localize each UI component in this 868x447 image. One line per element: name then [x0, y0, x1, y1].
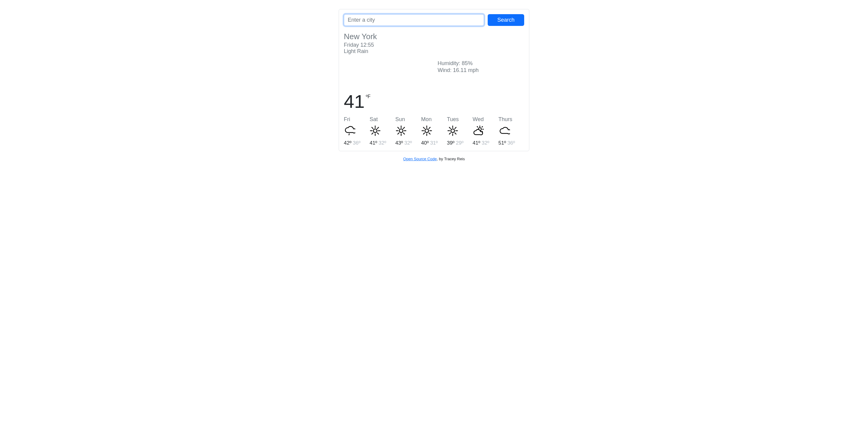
current-datetime: Friday 12:55 [344, 42, 524, 48]
day-label: Thurs [499, 116, 524, 123]
day-temps: 42º 36º [344, 140, 369, 146]
current-temp: 41 [344, 92, 365, 111]
temp-low: 36º [353, 140, 361, 146]
forecast-day: Thurs 51º 36º [499, 116, 524, 146]
temp-low: 36º [507, 140, 515, 146]
forecast-day: Mon 40º 31º [421, 116, 447, 146]
details-row: Humidity: 85% Wind: 16.11 mph [344, 56, 524, 74]
temp-high: 42º [344, 140, 351, 146]
temp-high: 41º [369, 140, 377, 146]
temp-low: 32º [404, 140, 412, 146]
day-label: Wed [473, 116, 498, 123]
day-label: Tues [447, 116, 473, 123]
sun-icon [447, 125, 459, 136]
day-temps: 51º 36º [499, 140, 524, 146]
current-condition: Light Rain [344, 48, 524, 55]
partly-cloudy-icon [473, 125, 484, 136]
day-label: Sun [395, 116, 421, 123]
city-name: New York [344, 32, 524, 41]
forecast-day: Tues 39º 29º [447, 116, 473, 146]
footer-byline: , by Tracey Reis [437, 157, 465, 161]
day-label: Fri [344, 116, 369, 123]
temp-low: 32º [482, 140, 489, 146]
search-row: Search [344, 14, 524, 26]
temp-unit: ºF [366, 94, 371, 99]
forecast-row: Fri 42º 36º Sat 41º 32º Sun 43º 32º Mon [344, 116, 524, 146]
weather-card: Search New York Friday 12:55 Light Rain … [339, 9, 529, 151]
temp-low: 29º [456, 140, 464, 146]
temp-high: 39º [447, 140, 455, 146]
sun-icon [421, 125, 433, 136]
temp-high: 41º [473, 140, 480, 146]
rain-icon [344, 125, 355, 136]
wind-label: Wind: [438, 67, 453, 73]
temp-high: 40º [421, 140, 429, 146]
temp-high: 43º [395, 140, 403, 146]
wind: Wind: 16.11 mph [438, 67, 524, 74]
day-temps: 41º 32º [369, 140, 395, 146]
wind-value: 16.11 mph [453, 67, 478, 73]
temp-high: 51º [499, 140, 506, 146]
temp-low: 32º [378, 140, 386, 146]
current-temp-row: 41 ºF [344, 92, 524, 111]
day-label: Mon [421, 116, 447, 123]
forecast-day: Wed 41º 32º [473, 116, 498, 146]
search-button[interactable]: Search [488, 14, 524, 26]
humidity: Humidity: 85% [438, 60, 524, 67]
sun-icon [369, 125, 381, 136]
day-temps: 41º 32º [473, 140, 498, 146]
humidity-value: 85% [462, 60, 473, 66]
temp-low: 31º [430, 140, 438, 146]
city-search-input[interactable] [344, 14, 484, 26]
sun-icon [395, 125, 407, 136]
forecast-day: Sat 41º 32º [369, 116, 395, 146]
day-temps: 40º 31º [421, 140, 447, 146]
cloud-icon [499, 125, 510, 136]
footer: Open Source Code, by Tracey Reis [9, 157, 859, 161]
day-temps: 39º 29º [447, 140, 473, 146]
forecast-day: Sun 43º 32º [395, 116, 421, 146]
humidity-label: Humidity: [438, 60, 462, 66]
open-source-link[interactable]: Open Source Code [403, 157, 437, 161]
forecast-day: Fri 42º 36º [344, 116, 369, 146]
day-temps: 43º 32º [395, 140, 421, 146]
day-label: Sat [369, 116, 395, 123]
